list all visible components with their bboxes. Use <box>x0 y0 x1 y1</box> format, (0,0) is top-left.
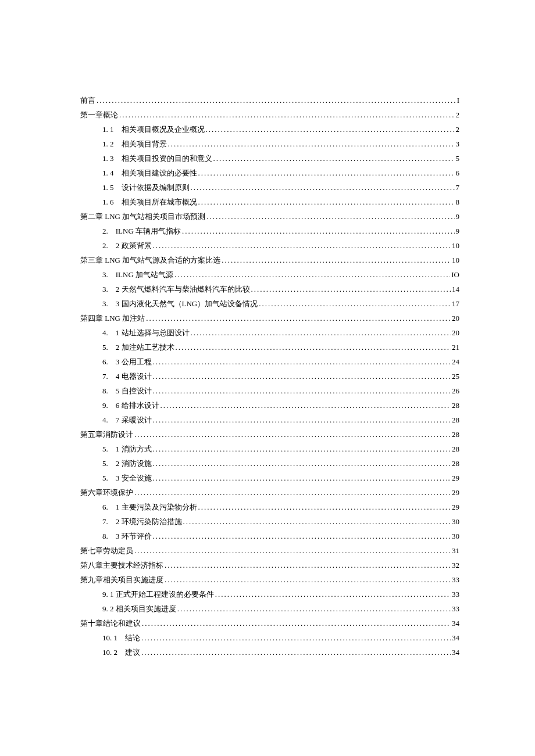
toc-leader-dots <box>251 282 451 296</box>
toc-entry-label: 1. 6 相关项目所在城市概况 <box>102 195 197 209</box>
toc-entry: 4. 1 站址选择与总图设计 20 <box>80 325 459 340</box>
toc-entry: 第四章 LNG 加注站 20 <box>80 311 459 325</box>
toc-entry-label: 第三章 LNG 加气站气源及合适的方案比选 <box>80 253 220 267</box>
toc-entry-page: 2 <box>456 122 460 137</box>
toc-entry-label: 3. 3 国内液化天然气（LNG）加气站设备情况 <box>102 296 258 311</box>
toc-entry-label: 第一章概论 <box>80 108 118 122</box>
toc-leader-dots <box>97 93 456 108</box>
toc-entry: 第九章相关项目实施进度 33 <box>80 572 459 587</box>
toc-entry-page: 30 <box>452 514 459 529</box>
toc-entry-page: 20 <box>452 325 459 340</box>
toc-entry-page: 28 <box>452 427 459 442</box>
toc-entry-label: 第九章相关项目实施进度 <box>80 572 163 587</box>
toc-entry: 10. 1 结论 34 <box>80 630 459 645</box>
toc-leader-dots <box>165 572 451 587</box>
toc-entry: 1. 1 相关项目概况及企业概况 2 <box>80 122 459 137</box>
toc-entry-label: 6. 1 主要污染及污染物分析 <box>102 500 197 514</box>
toc-leader-dots <box>198 500 451 514</box>
toc-entry-page: 28 <box>452 413 459 427</box>
toc-entry-page: 8 <box>456 195 460 209</box>
toc-entry-label: 2. 2 政策背景 <box>102 238 152 253</box>
toc-entry-page: 28 <box>452 398 459 413</box>
toc-entry: 1. 6 相关项目所在城市概况 8 <box>80 195 459 209</box>
toc-entry-page: 34 <box>452 616 459 630</box>
toc-entry: 8. 3 环节评价 30 <box>80 529 459 543</box>
toc-entry-page: IO <box>451 267 459 282</box>
toc-entry: 2. 2 政策背景 10 <box>80 238 459 253</box>
toc-entry: 5. 2 消防设施 28 <box>80 456 459 471</box>
toc-leader-dots <box>141 645 451 660</box>
toc-entry-page: 34 <box>452 630 459 645</box>
toc-leader-dots <box>134 485 451 500</box>
toc-entry: 10. 2 建议 34 <box>80 645 459 660</box>
toc-entry: 8. 5 自控设计 26 <box>80 384 459 398</box>
toc-entry-page: 10 <box>452 253 459 267</box>
toc-entry-label: 前言 <box>80 93 95 108</box>
toc-leader-dots <box>198 166 455 180</box>
toc-entry-label: 1. 5 设计依据及编制原则 <box>102 180 190 195</box>
toc-entry-label: 10. 1 结论 <box>102 630 140 645</box>
table-of-contents: 前言I第一章概论21. 1 相关项目概况及企业概况 21. 2 相关项目背景 3… <box>80 93 459 660</box>
toc-leader-dots <box>191 325 451 340</box>
toc-entry-label: 4. 7 采暖设计 <box>102 413 152 427</box>
toc-entry: 第十章结论和建议 34 <box>80 616 459 630</box>
toc-leader-dots <box>176 340 451 354</box>
toc-entry: 第一章概论2 <box>80 108 459 122</box>
toc-entry: 6. 3 公用工程 24 <box>80 354 459 369</box>
toc-entry: 1. 2 相关项目背景 3 <box>80 137 459 151</box>
toc-entry-label: 第七章劳动定员 <box>80 543 133 558</box>
toc-entry: 3. ILNG 加气站气源 IO <box>80 267 459 282</box>
toc-entry-page: 7 <box>456 180 460 195</box>
toc-entry-label: 5. 1 消防方式 <box>102 442 152 456</box>
toc-entry-page: 10 <box>452 238 459 253</box>
toc-entry-page: 32 <box>452 558 459 572</box>
toc-entry-label: 1. 3 相关项目投资的目的和意义 <box>102 151 212 166</box>
toc-leader-dots <box>119 108 455 122</box>
toc-entry: 9. 1 正式开始工程建设的必要条件33 <box>80 587 459 601</box>
toc-entry-page: 20 <box>452 311 459 325</box>
toc-entry-label: 5. 2 加注站工艺技术 <box>102 340 174 354</box>
toc-entry-page: 34 <box>452 645 459 660</box>
toc-entry: 第六章环境保护 29 <box>80 485 459 500</box>
toc-leader-dots <box>222 253 451 267</box>
toc-entry: 前言I <box>80 93 459 108</box>
toc-entry-label: 3. 2 天然气燃料汽车与柴油燃料汽车的比较 <box>102 282 250 296</box>
toc-entry: 6. 1 主要污染及污染物分析 29 <box>80 500 459 514</box>
toc-entry-label: 8. 5 自控设计 <box>102 384 152 398</box>
toc-entry: 7. 2 环境污染防治措施 30 <box>80 514 459 529</box>
toc-leader-dots <box>153 456 451 471</box>
toc-entry-page: I <box>457 93 459 108</box>
toc-entry: 7. 4 电器设计 25 <box>80 369 459 384</box>
toc-entry-page: 30 <box>452 529 459 543</box>
toc-entry: 第五章消防设计 28 <box>80 427 459 442</box>
toc-leader-dots <box>153 369 451 384</box>
toc-entry: 1. 3 相关项目投资的目的和意义 5 <box>80 151 459 166</box>
toc-entry: 第三章 LNG 加气站气源及合适的方案比选 10 <box>80 253 459 267</box>
toc-entry-label: 6. 3 公用工程 <box>102 354 152 369</box>
toc-leader-dots <box>165 558 451 572</box>
toc-leader-dots <box>160 398 451 413</box>
toc-leader-dots <box>153 354 451 369</box>
toc-entry: 第二章 LNG 加气站相关项目市场预测 9 <box>80 209 459 224</box>
toc-entry: 第七章劳动定员 31 <box>80 543 459 558</box>
toc-entry-page: 9 <box>456 209 460 224</box>
toc-leader-dots <box>213 151 455 166</box>
toc-entry-page: 21 <box>452 340 459 354</box>
toc-entry-page: 2 <box>456 108 460 122</box>
toc-leader-dots <box>183 514 451 529</box>
toc-leader-dots <box>206 209 454 224</box>
toc-entry-page: 28 <box>452 456 459 471</box>
toc-entry-page: 3 <box>456 137 460 151</box>
toc-entry-label: 7. 2 环境污染防治措施 <box>102 514 182 529</box>
toc-entry-page: 6 <box>456 166 460 180</box>
toc-entry-page: 9 <box>456 224 460 238</box>
toc-entry: 5. 2 加注站工艺技术 21 <box>80 340 459 354</box>
toc-entry-page: 26 <box>452 384 459 398</box>
toc-entry-label: 9. 6 给排水设计 <box>102 398 159 413</box>
toc-entry: 3. 2 天然气燃料汽车与柴油燃料汽车的比较 14 <box>80 282 459 296</box>
toc-entry-label: 1. 2 相关项目背景 <box>102 137 167 151</box>
toc-leader-dots <box>168 137 455 151</box>
toc-entry-page: 25 <box>452 369 459 384</box>
toc-entry: 1. 5 设计依据及编制原则 7 <box>80 180 459 195</box>
toc-entry-page: 29 <box>452 500 459 514</box>
